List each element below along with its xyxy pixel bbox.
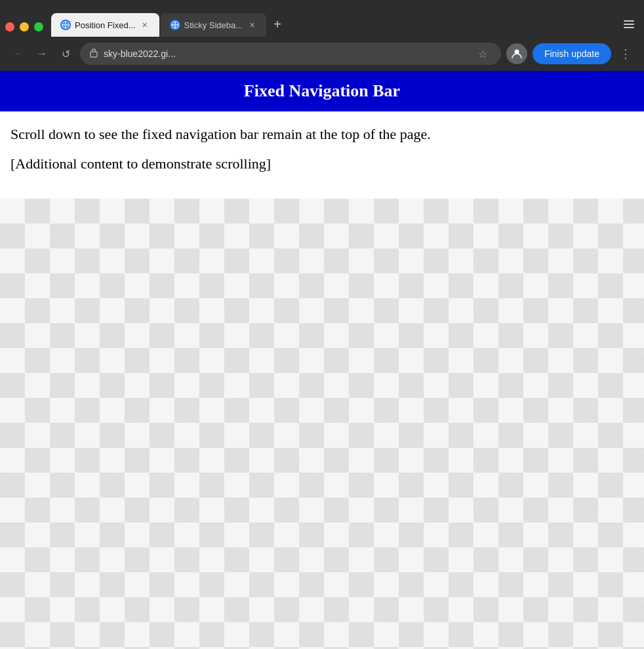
tab2-globe-icon [170, 20, 180, 30]
forward-button[interactable]: → [33, 45, 51, 63]
page-content: Scroll down to see the fixed navigation … [0, 111, 644, 199]
tabs-container: Position Fixed... ✕ Sticky Sideba... ✕ + [51, 13, 619, 37]
tab2-close-button[interactable]: ✕ [247, 20, 257, 30]
svg-point-0 [62, 22, 70, 29]
fixed-navigation-bar: Fixed Navigation Bar [0, 71, 644, 111]
additional-content-text: [Additional content to demonstrate scrol… [10, 155, 634, 172]
tab-position-fixed[interactable]: Position Fixed... ✕ [51, 13, 159, 37]
tab1-close-button[interactable]: ✕ [140, 20, 150, 30]
traffic-light-green[interactable] [34, 22, 43, 31]
address-field[interactable]: sky-blue2022.gi... ☆ [80, 43, 501, 65]
tab-bar: Position Fixed... ✕ Sticky Sideba... ✕ + [0, 0, 644, 37]
tab1-title: Position Fixed... [75, 20, 136, 30]
address-security-icon [89, 49, 98, 60]
svg-rect-5 [91, 52, 97, 57]
traffic-lights [5, 22, 43, 31]
nav-title: Fixed Navigation Bar [244, 81, 400, 100]
tab2-title: Sticky Sideba... [184, 20, 243, 30]
browser-chrome: Position Fixed... ✕ Sticky Sideba... ✕ + [0, 0, 644, 71]
tab1-globe-icon [60, 20, 71, 30]
reload-button[interactable]: ↺ [56, 45, 75, 63]
svg-rect-2 [624, 20, 634, 22]
svg-point-1 [171, 22, 178, 29]
tab-sticky-sidebar[interactable]: Sticky Sideba... ✕ [161, 13, 267, 37]
traffic-light-yellow[interactable] [20, 22, 29, 31]
svg-rect-3 [624, 24, 634, 25]
address-url: sky-blue2022.gi... [104, 49, 468, 59]
traffic-light-red[interactable] [5, 22, 14, 31]
tab-overflow-button[interactable] [619, 14, 639, 34]
profile-button[interactable] [506, 43, 527, 64]
new-tab-button[interactable]: + [268, 14, 287, 34]
bookmark-button[interactable]: ☆ [473, 45, 492, 63]
scroll-description-text: Scroll down to see the fixed navigation … [10, 125, 634, 145]
svg-rect-4 [624, 27, 634, 28]
checkerboard-background [0, 199, 644, 649]
address-bar: ← → ↺ sky-blue2022.gi... ☆ Finish update… [0, 37, 644, 71]
finish-update-button[interactable]: Finish update [533, 43, 611, 64]
back-button[interactable]: ← [9, 45, 28, 63]
more-options-button[interactable]: ⋮ [616, 45, 635, 63]
webpage-content: Fixed Navigation Bar Scroll down to see … [0, 71, 644, 649]
